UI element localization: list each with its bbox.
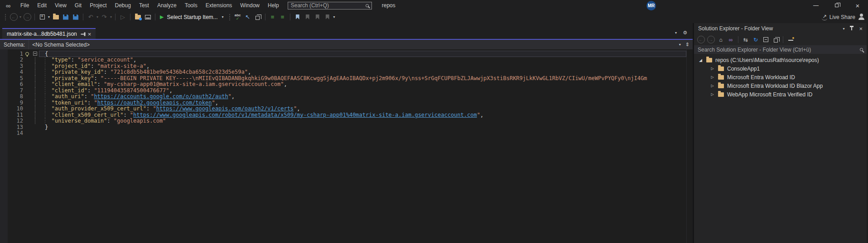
code-line-3[interactable]: 3 "project_id": "matrix-site-a", xyxy=(0,63,686,69)
tree-item-3[interactable]: ▷Microsoft Entra Workload ID Blazor App xyxy=(694,81,867,90)
save-all-button-glyph xyxy=(73,14,78,20)
close-window-button[interactable]: × xyxy=(847,0,868,11)
se-switch-views-button[interactable]: ∞ xyxy=(726,35,735,45)
restore-icon xyxy=(835,4,839,7)
restore-button[interactable] xyxy=(826,0,847,11)
solution-explorer-search-input[interactable] xyxy=(698,47,858,53)
se-refresh-button[interactable]: ↻ xyxy=(751,35,760,45)
menu-view[interactable]: View xyxy=(51,0,71,11)
code-line-6[interactable]: 6 "client_email": "my-csharp-app01@matri… xyxy=(0,81,686,88)
menu-debug[interactable]: Debug xyxy=(111,0,135,11)
panel-position-dropdown-icon[interactable]: ▾ xyxy=(843,27,844,31)
new-project-button[interactable] xyxy=(38,12,47,22)
quick-actions-lightbulb-icon[interactable] xyxy=(25,52,29,56)
code-line-7[interactable]: 7 "client_id": "111940435874500476677", xyxy=(0,87,686,94)
tree-item-0[interactable]: ◢repos (C:\Users\MarcusRath\source\repos… xyxy=(694,56,867,64)
code-line-13[interactable]: 13} xyxy=(0,124,686,130)
menu-edit[interactable]: Edit xyxy=(33,0,51,11)
tab-matrix-site-json[interactable]: matrix-site-a...8db5b481.json × xyxy=(2,28,96,39)
code-line-12[interactable]: 12 "universe_domain": "googleapis.com" xyxy=(0,118,686,124)
tree-item-4[interactable]: ▷WebApp Microsoft Entra Verified ID xyxy=(694,90,867,99)
schema-selector[interactable]: <No Schema Selected> xyxy=(29,42,90,48)
startup-item-selector[interactable]: ▶Select Startup Item...▾ xyxy=(160,14,225,20)
code-line-1[interactable]: 1{ xyxy=(0,51,686,57)
minimize-button[interactable]: — xyxy=(805,0,826,11)
decrease-indent-button[interactable]: ≡ xyxy=(268,12,277,22)
se-show-all-files-button[interactable] xyxy=(771,35,780,45)
toggle-bookmark-button[interactable] xyxy=(293,12,302,22)
code-link[interactable]: https://oauth2.googleapis.com/token xyxy=(97,100,212,106)
open-file-button[interactable] xyxy=(51,12,60,22)
split-window-icon[interactable]: ⇕ xyxy=(685,42,690,48)
save-button[interactable] xyxy=(61,12,70,22)
tab-list-dropdown-icon[interactable]: ▾ xyxy=(675,31,677,35)
se-home-button[interactable]: ⌂ xyxy=(716,35,725,45)
solution-explorer-search[interactable] xyxy=(694,45,867,54)
expand-arrow-icon[interactable]: ▷ xyxy=(709,84,715,88)
code-line-10[interactable]: 10 "auth_provider_x509_cert_url": "https… xyxy=(0,106,686,112)
menu-window[interactable]: Window xyxy=(236,0,264,11)
quick-launch-search[interactable] xyxy=(288,2,372,10)
se-new-folder-view-button[interactable] xyxy=(786,35,795,45)
selection-pointer-button[interactable]: ↖ xyxy=(243,12,252,22)
preview-window-button[interactable] xyxy=(143,12,152,22)
pin-panel-icon[interactable] xyxy=(851,27,852,30)
user-avatar[interactable]: MR xyxy=(646,1,656,10)
se-navigate-forward-button-glyph: → xyxy=(707,36,715,43)
code-line-4[interactable]: 4 "private_key_id": "721c8db5b481be9e543… xyxy=(0,69,686,76)
tree-item-2[interactable]: ▷Microsoft Entra Workload ID xyxy=(694,73,867,81)
menu-git[interactable]: Git xyxy=(71,0,86,11)
toolbar-separator xyxy=(290,14,290,20)
tree-item-1[interactable]: ▷ConsoleApp1 xyxy=(694,64,867,73)
close-panel-icon[interactable]: × xyxy=(859,25,863,32)
menu-extensions[interactable]: Extensions xyxy=(202,0,236,11)
menu-tools[interactable]: Tools xyxy=(181,0,202,11)
close-tab-icon[interactable]: × xyxy=(88,31,92,38)
menu-test[interactable]: Test xyxy=(135,0,153,11)
pin-tab-icon[interactable] xyxy=(81,33,84,34)
code-line-14[interactable]: 14 xyxy=(0,130,686,137)
increase-indent-button[interactable]: ≡ xyxy=(278,12,287,22)
solution-explorer-header[interactable]: Solution Explorer - Folder View ▾ × xyxy=(694,23,867,34)
line-number: 2 xyxy=(8,57,23,63)
expand-arrow-icon[interactable]: ▷ xyxy=(709,75,715,79)
toolbar-separator xyxy=(115,14,116,20)
expand-arrow-icon[interactable]: ▷ xyxy=(709,67,715,71)
attach-to-process-button-glyph xyxy=(256,16,260,20)
editor-options-gear-icon[interactable]: ⚙ xyxy=(683,30,687,36)
solution-explorer-title: Solution Explorer - Folder View xyxy=(698,25,843,32)
menu-help[interactable]: Help xyxy=(264,0,283,11)
fold-collapse-button[interactable] xyxy=(33,52,37,56)
add-to-source-control-button[interactable] xyxy=(133,12,142,22)
code-line-2[interactable]: 2 "type": "service_account", xyxy=(0,57,686,63)
code-editor[interactable]: 1{2 "type": "service_account",3 "project… xyxy=(0,49,693,243)
toolbar-options-dropdown[interactable]: ▾ xyxy=(333,15,335,19)
code-link[interactable]: https://www.googleapis.com/oauth2/v1/cer… xyxy=(156,106,294,112)
collapse-arrow-icon[interactable]: ◢ xyxy=(698,58,704,62)
menu-project[interactable]: Project xyxy=(86,0,111,11)
save-all-button[interactable] xyxy=(71,12,80,22)
fold-margin xyxy=(31,69,39,76)
schema-dropdown-icon[interactable]: ▾ xyxy=(679,43,681,47)
code-line-5[interactable]: 5 "private_key": "-----BEGIN PRIVATE KEY… xyxy=(0,75,686,81)
document-tab-strip: matrix-site-a...8db5b481.json × ▾ ⚙ xyxy=(0,23,693,39)
startup-item-dropdown-icon[interactable]: ▾ xyxy=(222,15,224,19)
menu-file[interactable]: File xyxy=(16,0,33,11)
new-project-dropdown[interactable]: ▾ xyxy=(48,15,50,19)
attach-to-process-button[interactable] xyxy=(253,12,262,22)
live-share-button[interactable]: ↗ Live Share xyxy=(822,14,855,20)
code-line-9[interactable]: 9 "token_uri": "https://oauth2.googleapi… xyxy=(0,100,686,106)
se-collapse-all-button[interactable] xyxy=(761,35,770,45)
feedback-button[interactable] xyxy=(855,14,864,21)
code-line-8[interactable]: 8 "auth_uri": "https://accounts.google.c… xyxy=(0,94,686,100)
expand-arrow-icon[interactable]: ▷ xyxy=(709,92,715,96)
spell-checker-button[interactable]: abc xyxy=(233,12,242,22)
code-link[interactable]: https://accounts.google.com/o/oauth2/aut… xyxy=(94,94,228,100)
tab-label: matrix-site-a...8db5b481.json xyxy=(7,31,77,37)
code-link[interactable]: https://www.googleapis.com/robot/v1/meta… xyxy=(133,112,477,118)
se-sync-with-active-document-button[interactable]: ⇆ xyxy=(741,35,750,45)
editor-scrollbar[interactable] xyxy=(686,49,693,243)
code-line-11[interactable]: 11 "client_x509_cert_url": "https://www.… xyxy=(0,112,686,118)
quick-launch-search-input[interactable] xyxy=(291,2,364,9)
menu-analyze[interactable]: Analyze xyxy=(153,0,181,11)
